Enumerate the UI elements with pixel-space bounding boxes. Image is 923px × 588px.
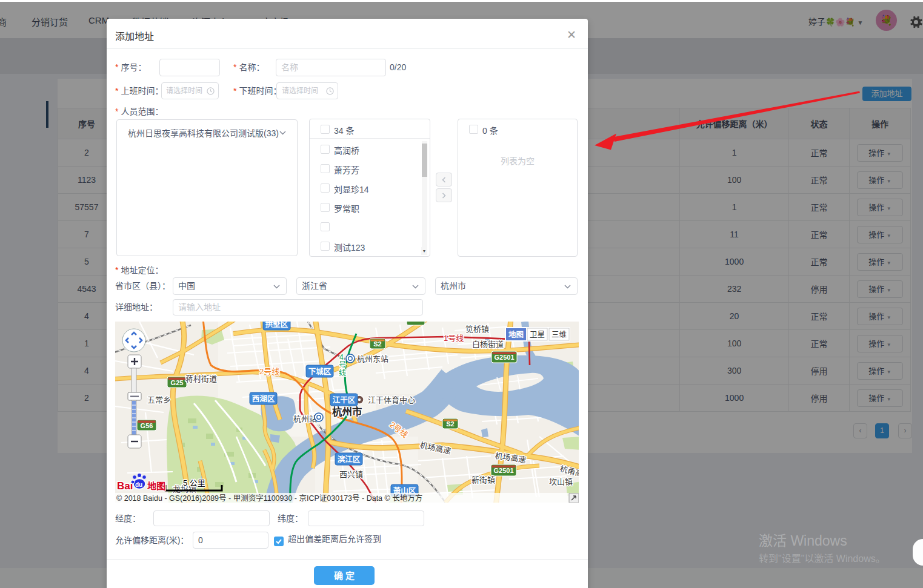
svg-text:5 公里: 5 公里 [183, 478, 205, 487]
svg-text:S2: S2 [373, 340, 381, 348]
svg-text:G2501: G2501 [494, 354, 514, 361]
svg-text:白杨街道: 白杨街道 [472, 340, 504, 349]
svg-text:地图: 地图 [147, 481, 165, 491]
svg-text:西湖区: 西湖区 [252, 394, 275, 403]
svg-text:1号线: 1号线 [444, 334, 464, 343]
svg-text:新街镇: 新街镇 [471, 475, 495, 484]
svg-text:江干体育中心: 江干体育中心 [368, 395, 415, 405]
svg-text:笕桥镇: 笕桥镇 [465, 325, 489, 334]
svg-text:G56: G56 [141, 422, 153, 429]
svg-text:滨江区: 滨江区 [338, 455, 361, 464]
svg-text:拱墅区: 拱墅区 [265, 322, 288, 329]
svg-text:西兴镇: 西兴镇 [339, 470, 363, 479]
svg-text:du: du [135, 481, 142, 488]
svg-text:G25: G25 [171, 379, 184, 386]
svg-text:卫星: 卫星 [530, 331, 545, 339]
svg-text:号: 号 [339, 361, 346, 369]
svg-text:下城区: 下城区 [308, 367, 332, 376]
svg-text:三维: 三维 [551, 331, 567, 339]
svg-text:地图: 地图 [508, 330, 524, 339]
svg-text:G2501: G2501 [493, 467, 513, 474]
svg-text:蒋村街道: 蒋村街道 [185, 374, 217, 383]
svg-text:杭州东站: 杭州东站 [357, 354, 388, 363]
svg-text:五常乡: 五常乡 [147, 395, 171, 405]
svg-text:江干区: 江干区 [333, 395, 356, 405]
svg-text:线: 线 [339, 369, 346, 377]
svg-text:S2: S2 [446, 420, 454, 428]
svg-text:4: 4 [339, 353, 344, 362]
svg-text:2号线: 2号线 [259, 367, 279, 376]
svg-text:杭州站: 杭州站 [293, 414, 317, 423]
svg-text:杭州市: 杭州市 [332, 406, 362, 417]
svg-text:© 2018 Baidu - GS(2016)2089号 -: © 2018 Baidu - GS(2016)2089号 - 甲测资字11009… [116, 494, 422, 503]
svg-text:坎山镇: 坎山镇 [549, 477, 573, 486]
svg-text:Bai: Bai [117, 480, 133, 492]
